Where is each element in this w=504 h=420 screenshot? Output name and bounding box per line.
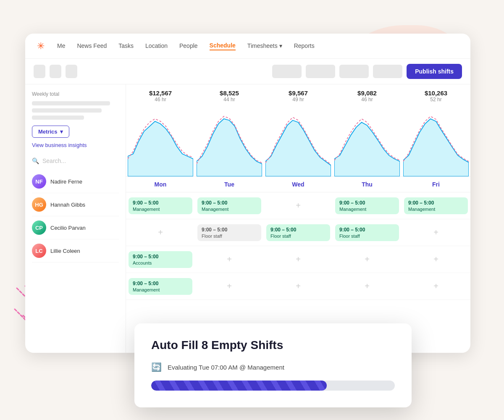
shift-hannah-fri[interactable]: +	[402, 224, 470, 241]
chart-hours-tue: 44 hr	[195, 97, 264, 102]
svg-marker-5	[197, 119, 262, 176]
employee-row: NF Nadire Ferne	[32, 170, 119, 193]
avatar-hannah: HG	[32, 197, 46, 212]
add-shift-icon[interactable]: +	[197, 281, 261, 291]
view-insights-link[interactable]: View business insights	[32, 142, 119, 148]
shift-role: Management	[339, 207, 395, 212]
nav-me[interactable]: Me	[57, 42, 65, 50]
chart-hours-thu: 46 hr	[333, 97, 402, 102]
shift-hannah-tue[interactable]: 9:00 – 5:00 Floor staff	[195, 221, 264, 244]
shift-time: 9:00 – 5:00	[339, 200, 395, 206]
shift-time: 9:00 – 5:00	[133, 281, 188, 286]
toolbar-rbtn-4[interactable]	[373, 65, 402, 78]
search-icon: 🔍	[32, 158, 39, 164]
shift-role: Floor staff	[202, 234, 257, 239]
add-shift-icon[interactable]: +	[266, 255, 330, 264]
add-shift-icon[interactable]: +	[335, 255, 399, 264]
shift-cecilio-thu[interactable]: +	[333, 251, 402, 268]
add-shift-icon[interactable]: +	[197, 255, 261, 264]
day-header-wed: Wed	[264, 177, 333, 192]
day-header-fri: Fri	[402, 177, 470, 192]
nav-newsfeed[interactable]: News Feed	[77, 42, 107, 50]
toolbar-rbtn-3[interactable]	[339, 65, 369, 78]
chart-amount-mon: $12,567	[126, 89, 195, 97]
schedule-row-lillie: 9:00 – 5:00 Management + + + +	[126, 273, 470, 300]
toolbar-rbtn-2[interactable]	[306, 65, 335, 78]
nav-location[interactable]: Location	[145, 42, 168, 50]
shift-hannah-wed[interactable]: 9:00 – 5:00 Floor staff	[264, 221, 333, 244]
add-shift-icon[interactable]: +	[266, 201, 330, 210]
shift-nadire-mon[interactable]: 9:00 – 5:00 Management	[126, 194, 195, 218]
search-placeholder[interactable]: Search...	[42, 158, 66, 164]
progress-bar-fill	[151, 381, 327, 391]
add-shift-icon[interactable]: +	[404, 255, 468, 264]
skeleton-2	[32, 108, 102, 113]
add-shift-icon[interactable]: +	[404, 228, 468, 237]
chart-hours-mon: 46 hr	[126, 97, 195, 102]
shift-time: 9:00 – 5:00	[408, 200, 464, 206]
schedule-area: $12,567 46 hr $8,525 44 hr	[126, 84, 470, 353]
shift-lillie-thu[interactable]: +	[333, 278, 402, 294]
publish-shifts-button[interactable]: Publish shifts	[407, 64, 462, 79]
nav-tasks[interactable]: Tasks	[118, 42, 134, 50]
shift-lillie-tue[interactable]: +	[195, 278, 264, 294]
employee-row: HG Hannah Gibbs	[32, 193, 119, 216]
shift-cecilio-tue[interactable]: +	[195, 251, 264, 268]
shift-time: 9:00 – 5:00	[133, 200, 188, 206]
shift-nadire-tue[interactable]: 9:00 – 5:00 Management	[195, 194, 264, 218]
chart-section: $12,567 46 hr $8,525 44 hr	[126, 84, 470, 177]
modal-status-row: 🔄 Evaluating Tue 07:00 AM @ Management	[151, 362, 395, 372]
chart-col-mon: $12,567 46 hr	[126, 84, 195, 176]
toolbar-btn-1[interactable]	[34, 65, 45, 78]
days-header: Mon Tue Wed Thu Fri	[126, 177, 470, 192]
add-shift-icon[interactable]: +	[335, 281, 399, 291]
toolbar-rbtn-1[interactable]	[272, 65, 302, 78]
employee-row: CP Cecilio Parvan	[32, 216, 119, 239]
shift-cecilio-mon[interactable]: 9:00 – 5:00 Accounts	[126, 248, 195, 271]
modal-status-text: Evaluating Tue 07:00 AM @ Management	[168, 364, 284, 371]
add-shift-icon[interactable]: +	[266, 281, 330, 291]
employee-name-lillie: Lillie Coleen	[50, 248, 80, 254]
day-header-tue: Tue	[195, 177, 264, 192]
nav-schedule[interactable]: Schedule	[210, 42, 236, 50]
nav-timesheets[interactable]: Timesheets ▾	[247, 42, 282, 50]
autofill-modal: Auto Fill 8 Empty Shifts 🔄 Evaluating Tu…	[134, 323, 412, 407]
shift-lillie-fri[interactable]: +	[402, 278, 470, 294]
employee-row: LC Lillie Coleen	[32, 239, 119, 262]
shift-cecilio-fri[interactable]: +	[402, 251, 470, 268]
main-card: ✳ Me News Feed Tasks Location People Sch…	[25, 34, 470, 353]
shift-time: 9:00 – 5:00	[339, 227, 395, 233]
shift-lillie-wed[interactable]: +	[264, 278, 333, 294]
shift-role: Management	[202, 207, 257, 212]
schedule-row-cecilio: 9:00 – 5:00 Accounts + + + +	[126, 246, 470, 273]
toolbar: Publish shifts	[25, 59, 470, 84]
metrics-button[interactable]: Metrics ▾	[32, 126, 69, 138]
add-shift-icon[interactable]: +	[129, 228, 192, 237]
schedule-row-nadire: 9:00 – 5:00 Management 9:00 – 5:00 Manag…	[126, 192, 470, 219]
shift-hannah-mon[interactable]: +	[126, 224, 195, 241]
schedule-row-hannah: + 9:00 – 5:00 Floor staff 9:00 – 5:00 Fl…	[126, 219, 470, 246]
shift-cecilio-wed[interactable]: +	[264, 251, 333, 268]
shift-time: 9:00 – 5:00	[133, 254, 188, 260]
svg-marker-6	[265, 120, 331, 176]
chart-col-thu: $9,082 46 hr	[333, 84, 402, 176]
shift-nadire-thu[interactable]: 9:00 – 5:00 Management	[333, 194, 402, 218]
sidebar: Weekly total Metrics ▾ View business ins…	[25, 84, 126, 353]
shift-role: Management	[408, 207, 464, 212]
shift-hannah-thu[interactable]: 9:00 – 5:00 Floor staff	[333, 221, 402, 244]
nav-reports[interactable]: Reports	[294, 42, 315, 50]
nav-people[interactable]: People	[179, 42, 198, 50]
toolbar-btn-2[interactable]	[50, 65, 61, 78]
shift-nadire-fri[interactable]: 9:00 – 5:00 Management	[402, 194, 470, 218]
weekly-total-label: Weekly total	[32, 91, 119, 97]
toolbar-btn-3[interactable]	[66, 65, 77, 78]
chart-hours-fri: 52 hr	[402, 97, 470, 102]
add-shift-icon[interactable]: +	[404, 281, 468, 291]
employee-name-hannah: Hannah Gibbs	[50, 202, 85, 208]
timesheets-dropdown-icon: ▾	[279, 42, 282, 49]
chart-col-tue: $8,525 44 hr	[195, 84, 264, 176]
content-area: Weekly total Metrics ▾ View business ins…	[25, 84, 470, 353]
shift-lillie-mon[interactable]: 9:00 – 5:00 Management	[126, 275, 195, 298]
chart-col-fri: $10,263 52 hr	[402, 84, 470, 176]
shift-nadire-wed[interactable]: +	[264, 197, 333, 214]
